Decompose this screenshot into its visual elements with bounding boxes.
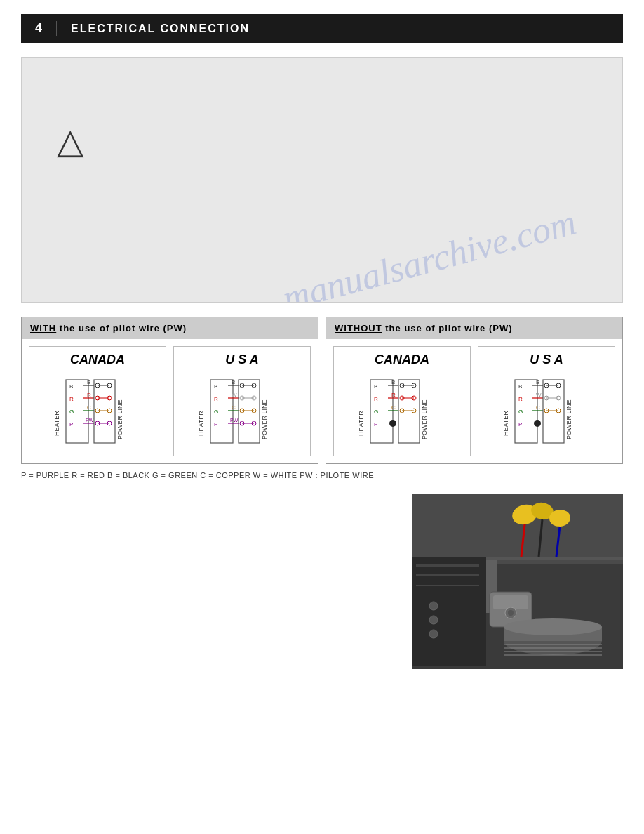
svg-rect-43	[239, 380, 260, 443]
with-label: WITH the use of pilot wire (PW)	[30, 323, 187, 333]
diagram-with-usa: U S A HEATER B B R W W	[173, 346, 311, 456]
svg-text:B: B	[391, 379, 395, 385]
diagram-without-canada: CANADA HEATER B B R R G	[333, 346, 471, 456]
svg-point-121	[504, 618, 602, 635]
heater-photo-svg	[412, 494, 623, 669]
svg-rect-125	[416, 585, 479, 586]
wiring-legend: P = PURPLE R = RED B = BLACK G = GREEN C…	[21, 471, 623, 479]
svg-text:POWER LINE: POWER LINE	[421, 399, 428, 439]
svg-point-93	[534, 420, 541, 427]
svg-point-69	[389, 420, 396, 427]
page-header: 4 ELECTRICAL CONNECTION	[21, 14, 623, 43]
without-usa-diagram: HEATER B B R W G C P	[484, 373, 609, 450]
svg-text:R: R	[518, 396, 523, 402]
svg-text:B: B	[536, 379, 539, 385]
wiring-group-without: WITHOUT the use of pilot wire (PW) CANAD…	[326, 317, 623, 464]
wiring-group-with: WITH the use of pilot wire (PW) CANADA H…	[21, 317, 318, 464]
svg-rect-70	[398, 380, 420, 443]
svg-text:P: P	[69, 421, 73, 428]
without-canada-label: CANADA	[340, 352, 464, 367]
heater-photo	[412, 494, 623, 669]
svg-text:R: R	[214, 396, 218, 402]
svg-rect-124	[416, 574, 479, 576]
svg-text:G: G	[214, 409, 218, 415]
svg-text:W: W	[232, 392, 237, 398]
svg-text:B: B	[374, 383, 377, 390]
warning-triangle-icon: △	[57, 121, 601, 161]
svg-text:B: B	[214, 383, 217, 390]
svg-text:HEATER: HEATER	[358, 411, 365, 436]
svg-text:B: B	[69, 383, 73, 390]
svg-text:C: C	[87, 404, 91, 411]
svg-text:PW: PW	[86, 418, 94, 423]
page-number: 4	[35, 21, 57, 36]
svg-text:C: C	[232, 404, 236, 411]
svg-point-118	[508, 610, 514, 616]
svg-text:C: C	[536, 404, 540, 411]
svg-text:B: B	[87, 379, 90, 385]
without-label: WITHOUT the use of pilot wire (PW)	[335, 323, 513, 333]
wiring-columns: WITH the use of pilot wire (PW) CANADA H…	[21, 317, 623, 464]
with-canada-label: CANADA	[35, 352, 160, 367]
diagram-with-canada: CANADA HEATER B B R	[29, 346, 166, 456]
svg-text:POWER LINE: POWER LINE	[261, 399, 268, 439]
without-canada-diagram: HEATER B B R R G C P	[340, 373, 464, 450]
wiring-section: WITH the use of pilot wire (PW) CANADA H…	[21, 317, 623, 479]
diagram-without-usa: U S A HEATER B B R W G	[478, 346, 615, 456]
svg-text:G: G	[69, 409, 74, 415]
svg-text:R: R	[374, 396, 378, 402]
with-usa-diagram: HEATER B B R W W G C	[180, 373, 304, 450]
svg-text:P: P	[518, 421, 522, 428]
svg-text:R: R	[69, 396, 74, 402]
svg-rect-106	[412, 494, 623, 564]
svg-text:R: R	[87, 392, 91, 398]
wiring-group-without-body: CANADA HEATER B B R R G	[326, 339, 622, 463]
svg-text:G: G	[374, 409, 378, 415]
svg-text:HEATER: HEATER	[502, 411, 509, 436]
wiring-group-with-header: WITH the use of pilot wire (PW)	[22, 317, 318, 339]
svg-text:POWER LINE: POWER LINE	[565, 399, 572, 439]
svg-text:POWER LINE: POWER LINE	[116, 399, 123, 439]
svg-text:P: P	[374, 421, 377, 428]
svg-text:PW: PW	[230, 418, 239, 423]
svg-text:C: C	[391, 404, 396, 411]
svg-text:B: B	[232, 379, 235, 385]
with-usa-label: U S A	[180, 352, 304, 367]
svg-rect-94	[543, 380, 564, 443]
page-title: ELECTRICAL CONNECTION	[71, 22, 250, 35]
svg-rect-123	[416, 564, 479, 567]
svg-point-126	[429, 602, 438, 610]
svg-point-127	[429, 616, 438, 624]
wiring-group-without-header: WITHOUT the use of pilot wire (PW)	[326, 317, 622, 339]
svg-text:W: W	[536, 392, 542, 398]
svg-text:B: B	[518, 383, 522, 390]
svg-rect-122	[412, 557, 486, 666]
svg-text:R: R	[391, 392, 396, 398]
without-usa-label: U S A	[484, 352, 609, 367]
warning-box: △ manualsarchive.com	[21, 57, 623, 303]
wiring-group-with-body: CANADA HEATER B B R	[22, 339, 318, 463]
svg-text:P: P	[214, 421, 217, 428]
watermark: manualsarchive.com	[279, 201, 580, 303]
svg-point-128	[429, 630, 438, 638]
svg-rect-14	[94, 380, 115, 443]
photo-section	[21, 494, 623, 669]
svg-text:HEATER: HEATER	[53, 411, 60, 436]
with-canada-diagram: HEATER B B R R G	[35, 373, 160, 450]
svg-text:HEATER: HEATER	[198, 411, 205, 436]
svg-text:G: G	[518, 409, 523, 415]
